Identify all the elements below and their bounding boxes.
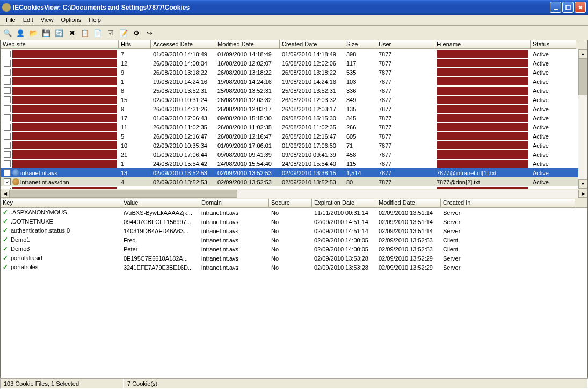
table-row[interactable]: .DOTNETNUKE094407CBECF1156997...intranet… [1, 217, 587, 226]
redacted-block [437, 160, 528, 168]
table-row[interactable]: 124/08/2010 15:54:4224/08/2010 15:54:402… [1, 159, 587, 168]
redacted-block [12, 187, 117, 189]
table-row[interactable]: 1226/08/2010 14:00:0416/08/2010 12:02:07… [1, 59, 587, 68]
table-row[interactable]: .ASPXANONYMOUSiVuBXS-BywEkAAAAZjk...intr… [1, 208, 587, 217]
table-row[interactable]: Demo1Fredintranet.nt.avsNo02/09/2010 14:… [1, 235, 587, 244]
table-row[interactable]: portalaliasid0E195C7E6618A182A...intrane… [1, 254, 587, 263]
table-row[interactable]: 526/08/2010 12:16:4726/08/2010 12:16:472… [1, 132, 587, 141]
col-header[interactable]: Size [344, 40, 376, 49]
row-checkbox[interactable] [4, 133, 11, 140]
find-icon[interactable]: 🔍 [2, 27, 13, 38]
col-header[interactable]: Filename [434, 40, 531, 49]
menu-file[interactable]: File [2, 16, 19, 24]
col-header[interactable]: Created In [441, 199, 575, 207]
col-header[interactable]: Value [121, 199, 199, 207]
website-label: intranet.nt.avs/dnn [20, 179, 69, 185]
table-row[interactable]: 701/09/2010 14:18:4901/09/2010 14:18:490… [1, 49, 587, 59]
options-icon[interactable]: ⚙ [131, 27, 142, 38]
menu-help[interactable]: Help [85, 16, 105, 24]
delete-icon[interactable]: ✖ [67, 27, 77, 38]
row-checkbox[interactable] [4, 124, 11, 131]
menu-view[interactable]: View [37, 16, 57, 24]
cell: 16/08/2010 12:02:13 [151, 188, 215, 189]
hscroll-track[interactable] [10, 190, 578, 198]
details-grid-body[interactable]: .ASPXANONYMOUSiVuBXS-BywEkAAAAZjk...intr… [1, 208, 587, 378]
table-row[interactable]: 825/08/2010 13:52:3125/08/2010 13:52:312… [1, 86, 587, 95]
scroll-thumb[interactable] [578, 59, 587, 95]
col-header[interactable]: Key [1, 199, 121, 207]
table-row[interactable]: 1126/08/2010 11:02:3526/08/2010 11:02:35… [1, 123, 587, 132]
vertical-scrollbar[interactable]: ▲ ▼ [578, 49, 587, 189]
scroll-left-button[interactable]: ◀ [1, 190, 10, 198]
cell: 7877 [376, 106, 434, 112]
row-checkbox[interactable] [4, 178, 11, 185]
table-row[interactable]: 916/08/2010 12:02:1316/08/2010 12:02:131… [1, 186, 587, 189]
table-row[interactable]: 119/08/2010 14:24:1619/08/2010 14:24:161… [1, 77, 587, 86]
cell: 26/08/2010 12:03:32 [215, 97, 280, 103]
paste-icon[interactable]: 📄 [92, 27, 103, 38]
properties-icon[interactable]: 📝 [118, 27, 129, 38]
scroll-down-button[interactable]: ▼ [578, 179, 587, 189]
row-checkbox[interactable] [4, 51, 11, 57]
col-header[interactable]: Web site [1, 40, 119, 49]
copy-icon[interactable]: 📋 [79, 27, 90, 38]
close-button[interactable] [575, 2, 586, 13]
open-icon[interactable]: 📂 [28, 27, 39, 38]
exit-icon[interactable]: ↪ [144, 27, 155, 38]
table-row[interactable]: Demo3Peterintranet.nt.avsNo02/09/2010 14… [1, 244, 587, 254]
col-header[interactable]: Created Date [280, 40, 344, 49]
col-header[interactable]: Domain [199, 199, 269, 207]
minimize-button[interactable] [550, 2, 561, 13]
col-header[interactable]: Expiration Date [312, 199, 376, 207]
col-header[interactable]: Modified Date [376, 199, 441, 207]
cell: 02/09/2010 13:52:29 [376, 255, 441, 262]
table-row[interactable]: 926/08/2010 13:18:2226/08/2010 13:18:222… [1, 68, 587, 77]
scroll-track[interactable] [578, 59, 587, 179]
col-header[interactable]: Status [531, 40, 576, 49]
row-checkbox[interactable] [4, 142, 11, 149]
col-header[interactable]: Secure [269, 199, 312, 207]
refresh-icon[interactable]: 🔄 [54, 27, 64, 38]
check-icon[interactable]: ☑ [105, 27, 116, 38]
menu-edit[interactable]: Edit [19, 16, 37, 24]
cell: 349 [344, 97, 376, 103]
row-checkbox[interactable] [4, 69, 11, 76]
row-checkbox[interactable] [4, 87, 11, 94]
row-checkbox[interactable] [4, 160, 11, 167]
row-checkbox[interactable] [4, 78, 11, 85]
table-row[interactable]: 926/08/2010 14:21:2626/08/2010 12:03:172… [1, 104, 587, 113]
cell: 26/08/2010 12:03:17 [215, 106, 280, 112]
row-checkbox[interactable] [4, 96, 11, 103]
horizontal-scrollbar[interactable]: ◀ ▶ [1, 189, 587, 198]
table-row[interactable]: 2101/09/2010 17:06:4409/08/2010 09:41:39… [1, 150, 587, 159]
cell: Server [441, 255, 575, 262]
status-cell: Active [531, 115, 576, 121]
hscroll-thumb[interactable] [10, 190, 237, 198]
row-checkbox[interactable] [4, 151, 11, 158]
col-header[interactable]: User [376, 40, 434, 49]
table-row[interactable]: 1002/09/2010 10:35:3401/09/2010 17:06:01… [1, 141, 587, 150]
scroll-up-button[interactable]: ▲ [578, 49, 587, 59]
table-row[interactable]: 1701/09/2010 17:06:4309/08/2010 15:15:30… [1, 113, 587, 123]
save-icon[interactable]: 💾 [41, 27, 52, 38]
person-icon[interactable]: 👤 [15, 27, 26, 38]
col-header[interactable]: Hits [119, 40, 151, 49]
row-checkbox[interactable] [4, 188, 11, 189]
menu-options[interactable]: Options [57, 16, 85, 24]
col-header[interactable]: Modified Date [215, 40, 280, 49]
row-checkbox[interactable] [4, 114, 11, 121]
table-row[interactable]: intranet.nt.avs1302/09/2010 13:52:5302/0… [1, 168, 587, 177]
scroll-right-button[interactable]: ▶ [578, 190, 587, 198]
table-row[interactable]: intranet.nt.avs/dnn402/09/2010 13:52:530… [1, 177, 587, 186]
cookies-grid-body[interactable]: 701/09/2010 14:18:4901/09/2010 14:18:490… [1, 49, 587, 189]
row-checkbox[interactable] [4, 105, 11, 112]
row-checkbox[interactable] [4, 169, 11, 176]
cell: No [269, 228, 312, 234]
table-row[interactable]: portalroles3241EFE7A79E3BE16D...intranet… [1, 263, 587, 272]
col-header[interactable]: Accessed Date [151, 40, 215, 49]
check-icon [3, 219, 9, 225]
table-row[interactable]: authentication.status.0140319DB4AFD46A63… [1, 226, 587, 235]
row-checkbox[interactable] [4, 60, 11, 67]
maximize-button[interactable] [562, 2, 574, 13]
table-row[interactable]: 1502/09/2010 10:31:2426/08/2010 12:03:32… [1, 95, 587, 104]
